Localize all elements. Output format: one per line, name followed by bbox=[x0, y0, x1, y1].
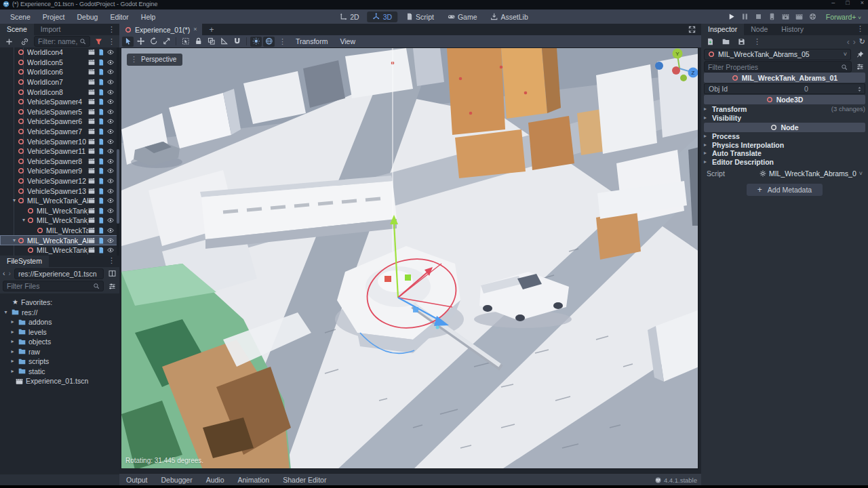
visibility-eye-icon[interactable] bbox=[107, 167, 114, 174]
open-scene-icon[interactable] bbox=[88, 178, 95, 184]
bottom-tab-debugger[interactable]: Debugger bbox=[155, 476, 199, 484]
open-scene-icon[interactable] bbox=[88, 79, 95, 85]
perspective-menu[interactable]: ⋮ Perspective bbox=[127, 54, 182, 66]
load-resource-button[interactable] bbox=[719, 37, 732, 47]
tree-node-wrecktank-child[interactable]: MIL_WreckTank_Abrams_ bbox=[0, 206, 119, 216]
tree-node-vehiclespawner7[interactable]: VehicleSpawner7 bbox=[0, 127, 119, 137]
open-scene-icon[interactable] bbox=[88, 217, 95, 224]
attached-script-icon[interactable] bbox=[98, 217, 104, 224]
property-obj-id[interactable]: Obj Id 0 bbox=[704, 83, 865, 94]
tree-node-vehiclespawner4[interactable]: VehicleSpawner4 bbox=[0, 97, 119, 107]
visibility-eye-icon[interactable] bbox=[107, 118, 114, 125]
workspace-3d[interactable]: 3D bbox=[368, 12, 397, 22]
open-scene-icon[interactable] bbox=[88, 227, 95, 234]
renderer-selector[interactable]: Forward+ ˅ bbox=[826, 13, 861, 21]
tree-node-worldicon4[interactable]: WorldIcon4 bbox=[0, 47, 119, 58]
attached-script-icon[interactable] bbox=[98, 227, 104, 234]
visibility-eye-icon[interactable] bbox=[107, 59, 114, 66]
fs-filter-input[interactable]: Filter Files bbox=[3, 281, 104, 291]
play-scene-button[interactable] bbox=[782, 13, 789, 20]
visibility-eye-icon[interactable] bbox=[107, 237, 114, 244]
expand-icon[interactable]: ▸ bbox=[9, 339, 16, 344]
property-sort-icon[interactable] bbox=[855, 62, 865, 72]
attached-script-icon[interactable] bbox=[98, 59, 104, 66]
tree-node-worldicon6[interactable]: WorldIcon6 bbox=[0, 67, 119, 77]
visibility-eye-icon[interactable] bbox=[107, 89, 114, 96]
bottom-tab-audio[interactable]: Audio bbox=[199, 476, 231, 484]
visibility-eye-icon[interactable] bbox=[107, 108, 114, 115]
attached-script-icon[interactable] bbox=[98, 247, 104, 253]
open-scene-icon[interactable] bbox=[88, 138, 95, 145]
preview-environment-icon[interactable] bbox=[263, 37, 275, 47]
minimize-button[interactable]: – bbox=[831, 0, 835, 6]
visibility-eye-icon[interactable] bbox=[107, 128, 114, 135]
attached-script-icon[interactable] bbox=[98, 49, 104, 56]
open-scene-icon[interactable] bbox=[88, 188, 95, 195]
attached-script-icon[interactable] bbox=[98, 167, 104, 174]
open-scene-icon[interactable] bbox=[88, 167, 95, 174]
attached-script-icon[interactable] bbox=[98, 118, 104, 125]
fs-item-scripts[interactable]: ▸ scripts bbox=[0, 357, 119, 367]
visibility-eye-icon[interactable] bbox=[107, 178, 114, 184]
play-custom-scene-button[interactable] bbox=[795, 13, 803, 20]
tree-node-wrecktank05-selected[interactable]: ▾MIL_WreckTank_Abrams_05 bbox=[0, 235, 119, 245]
tab-scene[interactable]: Scene bbox=[0, 24, 34, 35]
fs-path-field[interactable]: res://Experience_01.tscn bbox=[14, 268, 104, 279]
visibility-eye-icon[interactable] bbox=[107, 98, 114, 105]
open-scene-icon[interactable] bbox=[88, 197, 95, 204]
attached-script-icon[interactable] bbox=[98, 89, 104, 96]
open-scene-icon[interactable] bbox=[88, 89, 95, 96]
tree-node-vehiclespawner11[interactable]: VehicleSpawner11 bbox=[0, 146, 119, 157]
expand-icon[interactable]: ▸ bbox=[9, 349, 16, 354]
collapse-icon[interactable]: ▾ bbox=[20, 218, 27, 223]
preview-sun-icon[interactable] bbox=[250, 37, 262, 47]
tree-node-wrecktank-child2[interactable]: ▾MIL_WreckTank_Abrams_ bbox=[0, 216, 119, 226]
filter-script-icon[interactable] bbox=[94, 37, 103, 47]
fs-back-icon[interactable]: ‹ bbox=[3, 270, 5, 277]
menu-debug[interactable]: Debug bbox=[71, 13, 104, 21]
fs-item-objects[interactable]: ▸ objects bbox=[0, 337, 119, 347]
filesystem-dock-menu-icon[interactable]: ⋮ bbox=[105, 256, 118, 265]
attached-script-icon[interactable] bbox=[98, 108, 104, 115]
chevron-down-icon[interactable]: ˅ bbox=[856, 171, 865, 177]
menu-scene[interactable]: Scene bbox=[4, 13, 37, 21]
visibility-eye-icon[interactable] bbox=[107, 49, 114, 56]
attached-script-icon[interactable] bbox=[98, 178, 104, 184]
tab-filesystem[interactable]: FileSystem bbox=[0, 256, 49, 267]
fs-item-scene-file[interactable]: Experience_01.tscn bbox=[0, 376, 119, 386]
tree-node-vehiclespawner13[interactable]: VehicleSpawner13 bbox=[0, 186, 119, 196]
scene-tree-menu-icon[interactable]: ⋮ bbox=[106, 37, 117, 46]
expand-icon[interactable]: ▸ bbox=[9, 359, 16, 364]
visibility-eye-icon[interactable] bbox=[107, 207, 114, 214]
visibility-eye-icon[interactable] bbox=[107, 217, 114, 224]
menu-project[interactable]: Project bbox=[37, 13, 71, 21]
fs-forward-icon[interactable]: › bbox=[9, 270, 12, 277]
open-scene-icon[interactable] bbox=[88, 98, 95, 105]
collapse-icon[interactable]: ▾ bbox=[11, 198, 18, 203]
pin-icon[interactable] bbox=[854, 49, 865, 60]
workspace-script[interactable]: Script bbox=[400, 12, 439, 22]
open-scene-icon[interactable] bbox=[88, 49, 95, 56]
open-scene-icon[interactable] bbox=[88, 247, 95, 253]
maximize-button[interactable]: □ bbox=[846, 0, 849, 6]
workspace-game[interactable]: Game bbox=[442, 12, 483, 22]
tab-node[interactable]: Node bbox=[744, 24, 774, 35]
visibility-eye-icon[interactable] bbox=[107, 188, 114, 195]
open-scene-icon[interactable] bbox=[88, 59, 95, 66]
move-tool-button[interactable] bbox=[135, 37, 146, 47]
visibility-eye-icon[interactable] bbox=[107, 79, 114, 85]
visibility-eye-icon[interactable] bbox=[107, 138, 114, 145]
list-select-button[interactable] bbox=[180, 37, 191, 47]
stepper-icon[interactable] bbox=[856, 86, 863, 92]
visibility-eye-icon[interactable] bbox=[107, 158, 114, 165]
attached-script-icon[interactable] bbox=[98, 98, 104, 105]
new-resource-button[interactable] bbox=[704, 37, 716, 47]
attached-script-icon[interactable] bbox=[98, 68, 104, 75]
lock-icon[interactable] bbox=[193, 37, 204, 47]
scene-tab-experience01[interactable]: Experience_01(*) × bbox=[119, 24, 202, 35]
tab-inspector[interactable]: Inspector bbox=[701, 24, 744, 35]
view-menu[interactable]: View bbox=[334, 37, 361, 45]
visibility-eye-icon[interactable] bbox=[107, 227, 114, 234]
inspector-dock-menu-icon[interactable]: ⋮ bbox=[854, 24, 867, 33]
tree-node-worldicon7[interactable]: WorldIcon7 bbox=[0, 77, 119, 87]
